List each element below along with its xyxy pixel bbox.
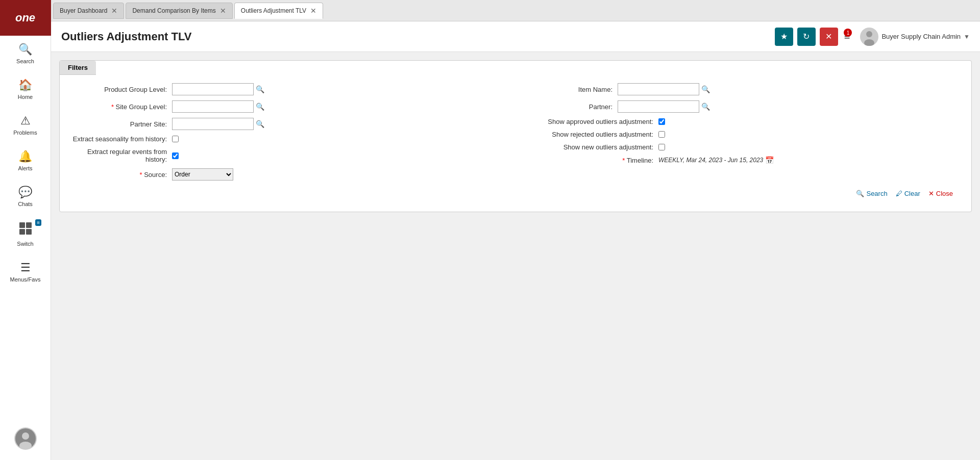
clear-action-link[interactable]: 🖊 Clear <box>896 190 920 197</box>
filter-row-show-approved: Show approved outliers adjustment: <box>516 118 961 125</box>
refresh-button[interactable]: ↻ <box>797 28 816 46</box>
filter-row-extract-seasonality: Extract seasonality from history: <box>70 135 516 143</box>
close-icon-link: ✕ <box>928 190 934 197</box>
sidebar-nav: 🔍 Search 🏠 Home ⚠ Problems 🔔 Alerts 💬 Ch… <box>0 36 51 427</box>
user-avatar-sidebar[interactable] <box>14 427 37 450</box>
filter-row-show-rejected: Show rejected outliers adjustment: <box>516 131 961 138</box>
svg-rect-3 <box>26 229 32 235</box>
tab-outliers-adjustment[interactable]: Outliers Adjustment TLV ✕ <box>234 3 323 19</box>
site-group-input[interactable] <box>172 100 254 113</box>
clear-icon: 🖊 <box>896 190 902 197</box>
sidebar-item-label-alerts: Alerts <box>18 165 32 171</box>
menu-icon: ☰ <box>20 261 31 274</box>
extract-seasonality-label: Extract seasonality from history: <box>70 135 172 143</box>
filters-tab[interactable]: Filters <box>60 61 96 75</box>
partner-input[interactable] <box>618 100 699 113</box>
sidebar-item-search[interactable]: 🔍 Search <box>0 36 51 71</box>
tab-label-demand-comparison: Demand Comparison By Items <box>132 7 215 14</box>
product-group-input-wrap: 🔍 <box>172 83 264 95</box>
show-rejected-checkbox[interactable] <box>658 131 665 138</box>
svg-rect-1 <box>26 222 32 228</box>
search-action-link[interactable]: 🔍 Search <box>856 190 887 197</box>
sidebar-item-chats[interactable]: 💬 Chats <box>0 178 51 214</box>
notification-badge: 1 <box>844 29 852 37</box>
filters-tab-label: Filters <box>68 64 88 71</box>
switch-badge: ≡ <box>35 219 41 226</box>
filter-row-item-name: Item Name: 🔍 <box>516 83 961 95</box>
item-name-input-wrap: 🔍 <box>618 83 710 95</box>
filter-grid: Product Group Level: 🔍 Site Group Level: <box>70 83 961 186</box>
page-title: Outliers Adjustment TLV <box>61 30 775 43</box>
warning-icon: ⚠ <box>20 114 31 127</box>
search-icon: 🔍 <box>18 43 32 56</box>
sidebar-item-menus-favs[interactable]: ☰ Menus/Favs <box>0 254 51 290</box>
sidebar-item-problems[interactable]: ⚠ Problems <box>0 107 51 143</box>
tab-label-buyer-dashboard: Buyer Dashboard <box>60 7 107 14</box>
partner-label: Partner: <box>516 103 618 111</box>
filter-left-col: Product Group Level: 🔍 Site Group Level: <box>70 83 516 186</box>
sidebar-item-label-search: Search <box>16 58 34 64</box>
user-name: Buyer Supply Chain Admin <box>881 33 961 40</box>
item-name-label: Item Name: <box>516 86 618 93</box>
show-new-checkbox[interactable] <box>658 144 665 150</box>
notification-wrapper: ≡ 1 <box>842 31 850 42</box>
chat-icon: 💬 <box>18 186 32 199</box>
sidebar-item-label-switch: Switch <box>17 241 33 247</box>
switch-icon <box>18 221 33 239</box>
partner-input-wrap: 🔍 <box>618 100 710 113</box>
filter-row-partner: Partner: 🔍 <box>516 100 961 113</box>
filter-row-extract-regular: Extract regular events from history: <box>70 148 516 163</box>
filter-row-source: Source: Order Shipment Forecast <box>70 168 516 181</box>
partner-site-search-btn[interactable]: 🔍 <box>256 120 264 128</box>
partner-site-input[interactable] <box>172 118 254 130</box>
source-select[interactable]: Order Shipment Forecast <box>172 168 233 181</box>
show-approved-checkbox[interactable] <box>658 118 665 125</box>
partner-search-btn[interactable]: 🔍 <box>701 103 710 111</box>
sidebar-item-label-chats: Chats <box>18 201 33 207</box>
user-dropdown[interactable]: Buyer Supply Chain Admin ▼ <box>860 28 970 46</box>
sidebar-item-home[interactable]: 🏠 Home <box>0 71 51 107</box>
calendar-icon[interactable]: 📅 <box>765 156 774 164</box>
filters-panel: Filters Product Group Level: 🔍 <box>59 60 972 212</box>
tab-close-buyer-dashboard[interactable]: ✕ <box>111 7 117 15</box>
product-group-input[interactable] <box>172 83 254 95</box>
filters-body: Product Group Level: 🔍 Site Group Level: <box>60 75 971 212</box>
timeline-label: Timeline: <box>516 157 658 164</box>
sidebar-item-switch[interactable]: ≡ Switch <box>0 214 51 254</box>
clear-action-label: Clear <box>904 190 920 197</box>
timeline-value: WEEKLY, Mar 24, 2023 - Jun 15, 2023 <box>658 157 763 164</box>
logo-text: one <box>15 11 35 24</box>
page-header: Outliers Adjustment TLV ★ ↻ ✕ ≡ 1 Buyer … <box>51 21 980 52</box>
favorite-button[interactable]: ★ <box>775 28 793 46</box>
filter-actions: 🔍 Search 🖊 Clear ✕ Close <box>70 186 961 203</box>
tab-close-demand-comparison[interactable]: ✕ <box>220 7 226 15</box>
show-rejected-label: Show rejected outliers adjustment: <box>516 131 658 138</box>
item-name-search-btn[interactable]: 🔍 <box>701 85 710 93</box>
search-icon-link: 🔍 <box>856 190 864 197</box>
product-group-search-btn[interactable]: 🔍 <box>256 85 264 93</box>
site-group-search-btn[interactable]: 🔍 <box>256 103 264 111</box>
filter-row-timeline: Timeline: WEEKLY, Mar 24, 2023 - Jun 15,… <box>516 156 961 164</box>
sidebar-item-label-home: Home <box>18 94 33 100</box>
close-action-link[interactable]: ✕ Close <box>928 190 953 197</box>
tab-demand-comparison[interactable]: Demand Comparison By Items ✕ <box>126 3 232 19</box>
item-name-input[interactable] <box>618 83 699 95</box>
extract-seasonality-checkbox[interactable] <box>172 136 179 142</box>
header-actions: ★ ↻ ✕ ≡ 1 Buyer Supply Chain Admin ▼ <box>775 28 970 46</box>
tab-close-outliers-adjustment[interactable]: ✕ <box>310 7 316 15</box>
sidebar-item-label-menus-favs: Menus/Favs <box>10 276 41 283</box>
app-logo[interactable]: one <box>0 0 51 36</box>
filter-row-product-group: Product Group Level: 🔍 <box>70 83 516 95</box>
extract-regular-checkbox[interactable] <box>172 152 179 159</box>
show-new-label: Show new outliers adjustment: <box>516 143 658 151</box>
close-button[interactable]: ✕ <box>820 28 838 46</box>
product-group-label: Product Group Level: <box>70 86 172 93</box>
filter-right-col: Item Name: 🔍 Partner: 🔍 <box>516 83 961 186</box>
partner-site-label: Partner Site: <box>70 120 172 128</box>
close-action-label: Close <box>936 190 953 197</box>
extract-regular-label: Extract regular events from history: <box>70 148 172 163</box>
sidebar-item-alerts[interactable]: 🔔 Alerts <box>0 143 51 178</box>
bell-icon: 🔔 <box>18 150 32 163</box>
tab-buyer-dashboard[interactable]: Buyer Dashboard ✕ <box>53 3 124 19</box>
main-area: Buyer Dashboard ✕ Demand Comparison By I… <box>51 0 980 460</box>
